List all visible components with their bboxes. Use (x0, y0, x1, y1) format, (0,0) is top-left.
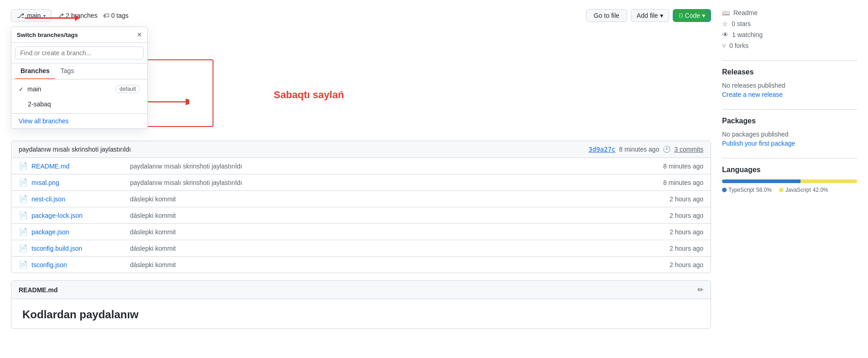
fork-icon: ⑂ (722, 42, 726, 49)
branch-list: ✓ main default 2-sabaq (11, 79, 147, 113)
commit-time: 8 minutes ago (619, 146, 659, 153)
go-to-file-button[interactable]: Go to file (586, 9, 627, 22)
readme-link[interactable]: Readme (733, 9, 758, 16)
table-row: 📄 nest-cli.json dáslepki kommit 2 hours … (11, 191, 711, 207)
languages-section: Languages TypeScript 58.0% JavaScript 42… (722, 158, 857, 193)
branch-item-2-sabaq[interactable]: 2-sabaq (11, 97, 147, 111)
javascript-bar-segment (800, 179, 857, 183)
file-icon: 📄 (19, 244, 28, 253)
file-icon: 📄 (19, 178, 28, 187)
dropdown-close-button[interactable]: × (137, 31, 142, 39)
file-icon: 📄 (19, 227, 28, 236)
file-time-3: 2 hours ago (658, 212, 703, 219)
branch-dropdown-button[interactable]: ⎇ main ▾ (11, 9, 52, 22)
file-time-5: 2 hours ago (658, 245, 703, 252)
branches-tab[interactable]: Branches (15, 63, 55, 79)
code-chevron-icon: ▾ (702, 12, 705, 19)
no-packages-text: No packages published (722, 131, 857, 138)
javascript-dot (779, 188, 784, 192)
branch-search-input[interactable] (15, 47, 144, 59)
branch-name-main: main (27, 85, 41, 93)
file-icon: 📄 (19, 260, 28, 269)
file-time-0: 8 minutes ago (658, 163, 703, 170)
forks-count: 0 forks (729, 42, 748, 49)
language-legend: TypeScript 58.0% JavaScript 42.0% (722, 187, 857, 193)
commits-count-link[interactable]: 3 commits (674, 146, 703, 153)
eye-icon: 👁 (722, 31, 728, 38)
file-commit-1: paydalanıw mısalı skrinshoti jaylastırıl… (123, 179, 658, 186)
annotation-text: Sabaqtı saylań (274, 89, 344, 101)
star-icon: ☆ (722, 20, 728, 27)
branch-name: main (27, 12, 41, 19)
typescript-dot (722, 188, 727, 192)
readme-icon: 📖 (722, 9, 730, 16)
table-row: 📄 package.json dáslepki kommit 2 hours a… (11, 224, 711, 240)
commit-sha-link[interactable]: 3d9a27c (588, 146, 615, 153)
table-row: 📄 package-lock.json dáslepki kommit 2 ho… (11, 207, 711, 224)
typescript-legend: TypeScript 58.0% (722, 187, 772, 193)
file-commit-5: dáslepki kommit (123, 245, 658, 252)
check-icon: ✓ (19, 86, 24, 93)
file-name-readme[interactable]: README.md (31, 163, 123, 170)
branches-count-link[interactable]: ⎇ 2 branches (57, 12, 97, 19)
stars-count: 0 stars (732, 20, 751, 27)
sidebar: 📖 Readme ☆ 0 stars 👁 1 watching ⑂ 0 fork… (722, 9, 857, 329)
table-row: 📄 tsconfig.json dáslepki kommit 2 hours … (11, 257, 711, 273)
readme-section: README.md ✏ Kodlardan paydalanıw (11, 280, 711, 329)
add-file-chevron-icon: ▾ (660, 12, 663, 19)
file-commit-3: dáslepki kommit (123, 212, 658, 219)
branch-item-main[interactable]: ✓ main default (11, 81, 147, 97)
file-name-nestcli[interactable]: nest-cli.json (31, 195, 123, 203)
file-icon: 📄 (19, 162, 28, 170)
languages-bar (722, 179, 857, 183)
file-time-1: 8 minutes ago (658, 179, 703, 186)
tags-tab[interactable]: Tags (55, 63, 80, 79)
create-release-link[interactable]: Create a new release (722, 91, 783, 98)
commit-message: paydalanıw mısalı skrinshoti jaylastırıl… (19, 146, 131, 153)
no-releases-text: No releases published (722, 82, 857, 89)
default-badge: default (115, 85, 140, 93)
watching-count: 1 watching (732, 31, 763, 38)
file-name-misal[interactable]: mısal.png (31, 179, 123, 186)
readme-title: README.md (19, 286, 58, 294)
languages-heading: Languages (722, 166, 857, 174)
file-commit-4: dáslepki kommit (123, 228, 658, 236)
branch-count-icon: ⎇ (57, 12, 64, 19)
readme-edit-button[interactable]: ✏ (697, 285, 703, 294)
branch-icon: ⎇ (17, 12, 24, 19)
file-commit-6: dáslepki kommit (123, 261, 658, 268)
history-icon: 🕐 (663, 146, 670, 153)
file-time-4: 2 hours ago (658, 228, 703, 236)
view-all-branches-link[interactable]: View all branches (19, 117, 68, 125)
commit-bar: paydalanıw mısalı skrinshoti jaylastırıl… (11, 141, 711, 158)
releases-heading: Releases (722, 68, 857, 76)
file-name-tsconfig[interactable]: tsconfig.json (31, 261, 123, 268)
code-button[interactable]: ⟨⟩ Code ▾ (673, 9, 711, 22)
chevron-down-icon: ▾ (43, 13, 46, 18)
dropdown-title: Switch branches/tags (17, 32, 78, 38)
publish-package-link[interactable]: Publish your first package (722, 140, 795, 147)
file-name-pkg[interactable]: package.json (31, 228, 123, 236)
file-time-2: 2 hours ago (658, 195, 703, 203)
packages-heading: Packages (722, 117, 857, 125)
file-commit-0: paydalanıw mısalı skrinshoti jaylastırıl… (123, 163, 658, 170)
branch-name-2-sabaq: 2-sabaq (19, 100, 51, 108)
packages-section: Packages No packages published Publish y… (722, 109, 857, 147)
file-icon: 📄 (19, 211, 28, 220)
tags-count-link[interactable]: 🏷 0 tags (103, 12, 129, 19)
readme-heading: Kodlardan paydalanıw (22, 308, 700, 321)
file-name-tsconfigbuild[interactable]: tsconfig.build.json (31, 245, 123, 252)
code-icon: ⟨⟩ (679, 12, 683, 19)
file-icon: 📄 (19, 195, 28, 203)
branch-dropdown-panel: Switch branches/tags × Branches Tags ✓ m… (11, 26, 148, 129)
table-row: 📄 mısal.png paydalanıw mısalı skrinshoti… (11, 174, 711, 191)
table-row: 📄 tsconfig.build.json dáslepki kommit 2 … (11, 240, 711, 257)
javascript-legend: JavaScript 42.0% (779, 187, 828, 193)
file-name-pkglock[interactable]: package-lock.json (31, 212, 123, 219)
file-table: 📄 README.md paydalanıw mısalı skrinshoti… (11, 158, 711, 273)
tag-icon: 🏷 (103, 12, 109, 19)
file-time-6: 2 hours ago (658, 261, 703, 268)
add-file-button[interactable]: Add file ▾ (631, 9, 669, 22)
file-commit-2: dáslepki kommit (123, 195, 658, 203)
about-section: 📖 Readme ☆ 0 stars 👁 1 watching ⑂ 0 fork… (722, 9, 857, 49)
